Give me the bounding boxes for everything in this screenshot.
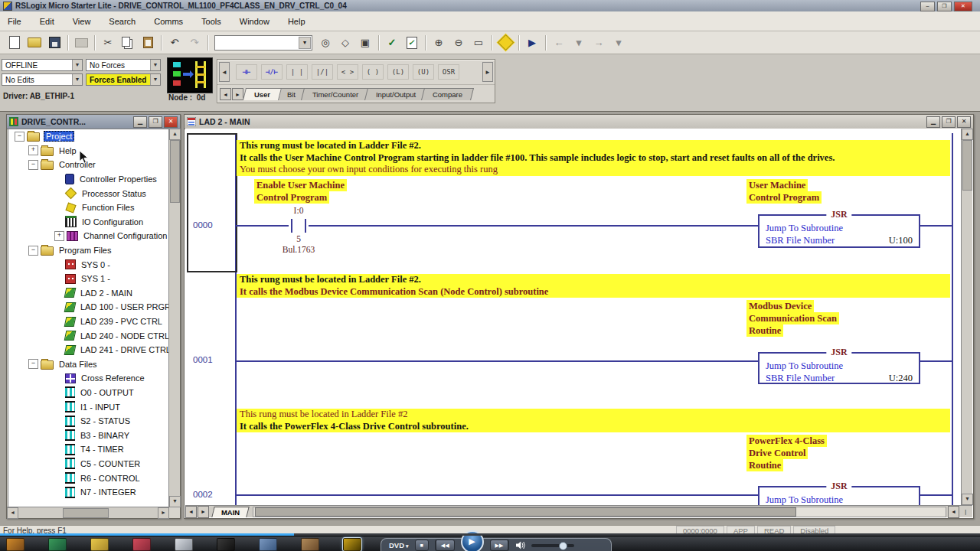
stop-button[interactable]: ■ xyxy=(415,540,429,551)
tree-horizontal-scrollbar[interactable]: ◄ ► xyxy=(7,507,169,518)
tree-scroll-right-icon[interactable]: ► xyxy=(158,507,169,519)
palette-tab-timer-counter[interactable]: Timer/Counter xyxy=(301,88,370,100)
edits-dropdown-arrow[interactable]: ▼ xyxy=(72,74,82,85)
tree-item-lad-2-main[interactable]: LAD 2 - MAIN xyxy=(8,286,169,301)
forces-dropdown-arrow[interactable]: ▼ xyxy=(150,60,160,70)
tree-item-processor-status[interactable]: Processor Status xyxy=(8,186,169,201)
jsr-instruction-0[interactable]: JSR Jump To Subroutine SBR File Number U… xyxy=(758,214,920,248)
palette-scroll-right-icon[interactable]: ► xyxy=(482,62,493,82)
branch-close-instruction[interactable]: |/| xyxy=(312,64,333,80)
verify-file-button[interactable]: ✓ xyxy=(383,34,401,51)
tree-item-project[interactable]: −Project xyxy=(8,129,169,144)
mode-dropdown-arrow[interactable]: ▼ xyxy=(72,60,82,70)
online-toggle-button[interactable] xyxy=(496,34,514,51)
ladder-scroll-thumb[interactable] xyxy=(962,140,972,191)
taskbar-app-5[interactable] xyxy=(175,538,193,551)
xic-contact-instruction[interactable]: ⊣⊢ xyxy=(236,64,257,80)
jsr-instruction-1[interactable]: JSR Jump To Subroutine SBR File Number U… xyxy=(758,352,920,384)
branch-open-instruction[interactable]: | | xyxy=(286,64,308,80)
rung-2-comment[interactable]: This rung must be located in Ladder File… xyxy=(237,409,950,432)
tree-item-lad-100-user-prgrm[interactable]: LAD 100 - USER PRGRM xyxy=(8,300,169,315)
otl-coil-instruction[interactable]: (L) xyxy=(387,64,409,80)
tree-hscroll-thumb[interactable] xyxy=(63,508,109,518)
copy-button[interactable] xyxy=(119,34,137,51)
forces-enabled-dropdown[interactable]: Forces Enabled ▼ xyxy=(86,73,161,86)
tree-expander-icon[interactable]: − xyxy=(15,132,24,142)
save-button[interactable] xyxy=(45,34,64,51)
menu-edit[interactable]: Edit xyxy=(40,17,54,26)
menu-file[interactable]: File xyxy=(8,17,21,26)
taskbar-app-rslogix[interactable] xyxy=(343,538,361,551)
ladder-horizontal-scrollbar[interactable] xyxy=(253,507,946,517)
tree-close-button[interactable]: ✕ xyxy=(164,116,178,128)
taskbar-app-3[interactable] xyxy=(90,538,109,551)
close-button[interactable]: ✕ xyxy=(954,2,972,11)
ladder-close-button[interactable]: ✕ xyxy=(957,116,971,128)
taskbar-app-8[interactable] xyxy=(301,538,319,551)
forces-status-dropdown[interactable]: No Forces ▼ xyxy=(86,59,161,71)
tree-item-sys-0[interactable]: SYS 0 - xyxy=(8,257,169,272)
open-file-button[interactable] xyxy=(25,34,44,51)
nav-forward-button[interactable]: → xyxy=(590,34,608,51)
address-combobox[interactable]: ▾ xyxy=(214,35,312,51)
forces-enabled-arrow[interactable]: ▼ xyxy=(150,74,160,85)
palette-tab-input-output[interactable]: Input/Output xyxy=(364,88,427,100)
tabs-scroll-right-icon[interactable]: ► xyxy=(232,88,243,100)
menu-comms[interactable]: Comms xyxy=(154,17,183,26)
rung-0-comment[interactable]: This rung must be located in Ladder File… xyxy=(237,140,950,176)
menu-view[interactable]: View xyxy=(73,17,91,26)
paste-button[interactable] xyxy=(139,34,157,51)
osr-instruction[interactable]: OSR xyxy=(438,64,459,80)
otu-coil-instruction[interactable]: (U) xyxy=(413,64,434,80)
tree-item-t4-timer[interactable]: T4 - TIMER xyxy=(8,442,169,457)
minimize-button[interactable]: – xyxy=(920,2,935,11)
replace-button[interactable]: ◇ xyxy=(336,34,354,51)
xic-contact[interactable] xyxy=(289,219,309,233)
taskbar-app-2[interactable] xyxy=(48,538,67,551)
tree-item-io-configuration[interactable]: IO Configuration xyxy=(8,215,169,230)
tree-item-controller[interactable]: −Controller xyxy=(8,158,169,172)
tree-item-controller-properties[interactable]: Controller Properties xyxy=(8,172,169,187)
menu-tools[interactable]: Tools xyxy=(201,17,221,26)
tabs-scroll-left-icon[interactable]: ◄ xyxy=(220,88,231,100)
volume-icon[interactable] xyxy=(515,541,525,549)
nav-back-button[interactable]: ← xyxy=(550,34,568,51)
tree-item-sys-1[interactable]: SYS 1 - xyxy=(8,272,169,286)
menu-search[interactable]: Search xyxy=(109,17,136,26)
tree-item-r6-control[interactable]: R6 - CONTROL xyxy=(8,471,169,485)
palette-scroll-left-icon[interactable]: ◄ xyxy=(219,62,230,82)
new-file-button[interactable] xyxy=(5,34,24,51)
dvd-menu-button[interactable]: DVD xyxy=(389,541,409,549)
taskbar-app-6[interactable] xyxy=(217,538,235,551)
zoom-in-button[interactable]: ⊕ xyxy=(430,34,448,51)
run-button[interactable]: ▶ xyxy=(523,34,541,51)
rung-1-comment[interactable]: This rung must be located in Ladder File… xyxy=(237,274,950,298)
ladder-scroll-down-icon[interactable]: ▼ xyxy=(962,494,973,505)
find-button[interactable]: ◎ xyxy=(316,34,335,51)
zoom-out-button[interactable]: ⊖ xyxy=(449,34,468,51)
tree-item-n7-integer[interactable]: N7 - INTEGER xyxy=(8,485,169,500)
taskbar-app-1[interactable] xyxy=(6,538,24,551)
tree-item-channel-configuration[interactable]: +Channel Configuration xyxy=(8,229,169,243)
ladder-hscroll-thumb[interactable] xyxy=(255,507,796,517)
tree-expander-icon[interactable]: + xyxy=(28,145,38,155)
cut-button[interactable]: ✂ xyxy=(99,34,117,51)
ladder-minimize-button[interactable]: ▁ xyxy=(926,116,940,128)
tree-item-cross-reference[interactable]: Cross Reference xyxy=(8,371,169,386)
volume-slider[interactable] xyxy=(531,544,574,547)
tree-item-c5-counter[interactable]: C5 - COUNTER xyxy=(8,457,169,471)
tree-expander-icon[interactable]: − xyxy=(28,246,38,256)
undo-button[interactable]: ↶ xyxy=(165,34,184,51)
taskbar-app-7[interactable] xyxy=(259,538,277,551)
ladder-titlebar[interactable]: LAD 2 - MAIN ▁ ❐ ✕ xyxy=(185,115,973,129)
tree-expander-icon[interactable]: + xyxy=(54,231,64,241)
properties-window-button[interactable]: ▭ xyxy=(469,34,488,51)
xio-contact-instruction[interactable]: ⊣/⊢ xyxy=(261,64,283,80)
next-button[interactable]: ▶▶ xyxy=(490,540,510,551)
menu-window[interactable]: Window xyxy=(240,17,270,26)
ladder-vertical-scrollbar[interactable]: ▲ ▼ xyxy=(961,129,972,505)
tree-item-help[interactable]: +Help xyxy=(8,144,169,158)
ladder-tab-left-icon[interactable]: ◄ xyxy=(185,506,197,518)
ladder-scroll-up-icon[interactable]: ▲ xyxy=(962,129,973,140)
rung-number[interactable]: 0000 xyxy=(193,220,213,230)
